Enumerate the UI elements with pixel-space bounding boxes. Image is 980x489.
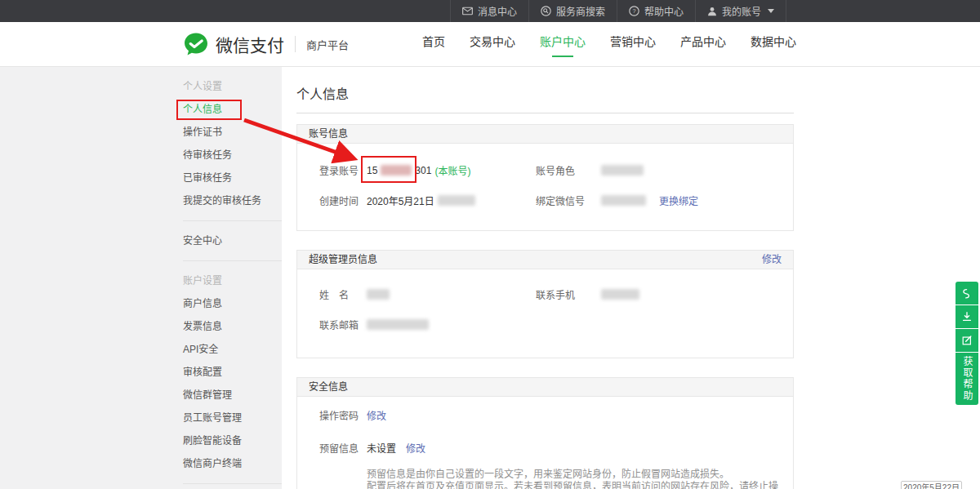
account-info-card: 账号信息 登录账号 15 301 (本账号) 账号角色	[296, 124, 794, 231]
bound-wechat-value: 更换绑定	[601, 193, 698, 207]
brand-logo[interactable]: 微信支付 商户平台	[183, 31, 349, 57]
nav-item-account-center[interactable]: 账户中心	[540, 28, 586, 60]
search-icon	[541, 6, 551, 16]
super-admin-edit-link[interactable]: 修改	[762, 251, 782, 269]
sidebar-divider	[183, 483, 282, 484]
nav-item-product-center[interactable]: 产品中心	[680, 28, 726, 60]
admin-name-value	[367, 289, 536, 300]
topbar-item-label: 帮助中心	[644, 4, 684, 18]
svg-text:?: ?	[632, 7, 635, 15]
main-area: 个人信息 账号信息 登录账号 15 301 (本账号)	[282, 67, 980, 489]
reserved-info-label: 预留信息	[319, 441, 367, 455]
operation-password-row: 操作密码 修改	[319, 398, 782, 431]
header: 微信支付 商户平台 首页 交易中心 账户中心 营销中心 产品中心 数据中心	[0, 22, 980, 67]
download-icon	[961, 311, 973, 322]
account-info-card-header: 账号信息	[297, 125, 793, 144]
sidebar-item-personal-info[interactable]: 个人信息	[183, 98, 282, 121]
operation-password-label: 操作密码	[319, 408, 367, 422]
topbar-item-provider-search[interactable]: 服务商搜索	[528, 0, 617, 22]
message-icon	[462, 7, 473, 16]
security-info-card-title: 安全信息	[309, 378, 348, 396]
sidebar-section-account-settings: 账户设置	[183, 269, 282, 292]
date-note: 2020年5月22日	[901, 481, 962, 489]
feedback-button[interactable]	[956, 329, 978, 352]
sidebar-item-invoice-info[interactable]: 发票信息	[183, 315, 282, 338]
sidebar-item-api-security[interactable]: API安全	[183, 338, 282, 361]
login-account-label: 登录账号	[319, 163, 367, 177]
redacted-value	[367, 289, 390, 300]
contact-link-button[interactable]	[956, 282, 978, 305]
redacted-value	[601, 289, 639, 300]
sidebar-item-operation-certificate[interactable]: 操作证书	[183, 121, 282, 144]
sidebar-item-wechat-merchant-terminal[interactable]: 微信商户终端	[183, 452, 282, 475]
bound-wechat-label: 绑定微信号	[536, 193, 601, 207]
reserved-info-value: 未设置	[367, 441, 396, 455]
admin-phone-value	[601, 289, 643, 300]
login-account-value: 15 301 (本账号)	[367, 163, 536, 177]
wechat-pay-logo-icon	[183, 31, 209, 57]
sidebar-item-staff-account-management[interactable]: 员工账号管理	[183, 407, 282, 429]
redacted-value	[601, 165, 644, 176]
created-time-value: 2020年5月21日	[367, 193, 536, 207]
redacted-value	[367, 319, 429, 330]
admin-phone-label: 联系手机	[536, 287, 601, 301]
sidebar-item-wechat-group-management[interactable]: 微信群管理	[183, 384, 282, 407]
reserved-info-description: 预留信息是由你自己设置的一段文字，用来鉴定网站身份，防止假冒网站造成损失。 配置…	[367, 469, 782, 489]
redacted-value	[381, 165, 412, 176]
help-icon: ?	[629, 6, 639, 16]
admin-email-label: 联系邮箱	[319, 318, 367, 331]
nav-item-transaction-center[interactable]: 交易中心	[470, 28, 515, 60]
sidebar: 个人设置 个人信息 操作证书 待审核任务 已审核任务 我提交的审核任务 安全中心…	[0, 67, 282, 489]
sidebar-divider	[183, 220, 282, 221]
platform-name: 商户平台	[306, 37, 349, 52]
sidebar-item-my-submitted-review-tasks[interactable]: 我提交的审核任务	[183, 189, 282, 212]
created-time-label: 创建时间	[319, 193, 367, 207]
topbar-item-my-account[interactable]: 我的账号	[695, 0, 786, 22]
main-nav: 首页 交易中心 账户中心 营销中心 产品中心 数据中心	[422, 28, 796, 60]
sidebar-item-review-config[interactable]: 审核配置	[183, 361, 282, 384]
topbar-item-label: 消息中心	[478, 4, 517, 18]
account-role-value	[601, 165, 647, 176]
login-account-row: 登录账号 15 301 (本账号) 账号角色	[319, 155, 782, 185]
account-role-label: 账号角色	[536, 163, 601, 177]
sidebar-divider	[183, 260, 282, 261]
edit-icon	[961, 335, 973, 346]
super-admin-card: 超级管理员信息 修改 姓 名 联系手机 联	[296, 250, 794, 358]
sidebar-item-face-smart-device[interactable]: 刷脸智能设备	[183, 429, 282, 452]
redacted-value	[438, 195, 475, 206]
brand-name: 微信支付	[216, 32, 284, 56]
page-title: 个人信息	[296, 67, 794, 103]
sidebar-section-personal-settings: 个人设置	[183, 75, 282, 98]
rebind-wechat-link[interactable]: 更换绑定	[659, 193, 698, 207]
current-account-tag: (本账号)	[434, 163, 470, 177]
sidebar-item-merchant-info[interactable]: 商户信息	[183, 292, 282, 315]
reserved-info-edit-link[interactable]: 修改	[406, 441, 425, 455]
topbar-item-label: 服务商搜索	[556, 4, 605, 18]
security-info-card: 安全信息 操作密码 修改 预留信息 未设置 修改	[296, 377, 794, 489]
admin-email-row: 联系邮箱	[319, 309, 782, 340]
topbar-item-message-center[interactable]: 消息中心	[450, 0, 528, 22]
sidebar-item-reviewed-tasks[interactable]: 已审核任务	[183, 167, 282, 189]
security-info-card-header: 安全信息	[297, 378, 793, 397]
admin-name-label: 姓 名	[319, 287, 367, 301]
download-button[interactable]	[956, 305, 978, 328]
topbar-item-help-center[interactable]: ? 帮助中心	[617, 0, 695, 22]
nav-item-marketing-center[interactable]: 营销中心	[610, 28, 656, 60]
logo-divider	[295, 36, 296, 52]
super-admin-card-title: 超级管理员信息	[309, 251, 377, 269]
title-divider	[296, 113, 794, 113]
reserved-info-row: 预留信息 未设置 修改	[319, 431, 782, 464]
operation-password-edit-link[interactable]: 修改	[367, 408, 386, 422]
get-help-button[interactable]: 获取帮助	[956, 353, 978, 405]
nav-item-home[interactable]: 首页	[422, 28, 445, 60]
sidebar-item-security-center[interactable]: 安全中心	[183, 229, 282, 252]
user-icon	[707, 7, 717, 16]
admin-email-value	[367, 319, 536, 330]
topbar: 消息中心 服务商搜索 ? 帮助中心 我的账号	[0, 0, 980, 22]
floating-help-panel: 获取帮助	[956, 282, 978, 406]
sidebar-item-pending-review-tasks[interactable]: 待审核任务	[183, 144, 282, 167]
created-time-row: 创建时间 2020年5月21日 绑定微信号 更换绑定	[319, 185, 782, 216]
squiggle-link-icon	[961, 287, 973, 299]
nav-item-data-center[interactable]: 数据中心	[751, 28, 796, 60]
super-admin-card-header: 超级管理员信息 修改	[297, 251, 793, 269]
